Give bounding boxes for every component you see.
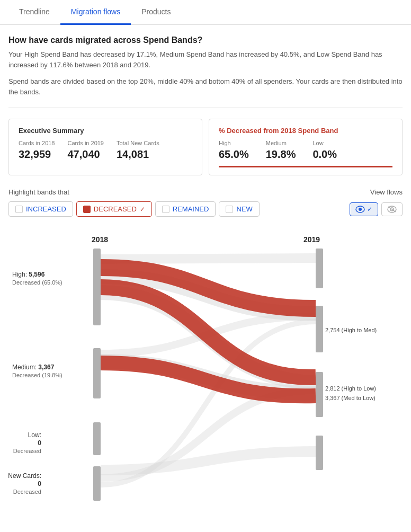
left-node-medium (93, 348, 101, 398)
flow-gray-new (101, 451, 316, 470)
band-btn-remained[interactable]: REMAINED (155, 201, 216, 217)
tab-products[interactable]: Products (131, 0, 181, 25)
description-1: Your High Spend Band has decreased by 17… (8, 49, 403, 70)
tab-trendline[interactable]: Trendline (8, 0, 60, 25)
medium-node-label: Medium: 3,367 (12, 363, 55, 371)
left-node-low (93, 422, 101, 455)
new-cards-value: 0 (38, 480, 41, 487)
view-btn-eye-inactive[interactable] (381, 202, 403, 216)
decreased-title: % Decreased from 2018 Spend Band (219, 127, 392, 135)
low-node-value: 0 (38, 439, 41, 447)
new-label: NEW (236, 205, 252, 213)
new-cards-label: New Cards: (8, 472, 41, 480)
band-buttons: INCREASED DECREASED ✓ REMAINED NEW (8, 201, 260, 217)
flow-gray-high-stayed (101, 258, 316, 259)
dec-high: High 65.0% (219, 140, 249, 161)
page-headline: How have cards migrated across Spend Ban… (8, 36, 403, 45)
svg-point-1 (359, 208, 362, 211)
medium-node-sub: Decreased (19.8%) (12, 372, 62, 378)
main-content: How have cards migrated across Spend Ban… (0, 25, 411, 518)
remained-label: REMAINED (173, 205, 209, 213)
summary-cards-row: Executive Summary Cards in 2018 32,959 C… (8, 119, 403, 175)
metric-label-new: Total New Cards (117, 140, 159, 146)
band-btn-increased[interactable]: INCREASED (8, 201, 73, 217)
left-node-high (93, 249, 101, 325)
band-btn-new[interactable]: NEW (219, 201, 259, 217)
left-node-new (93, 466, 101, 501)
divider (8, 108, 403, 108)
right-node-1 (316, 249, 323, 288)
highlight-label: Highlight bands that (8, 188, 69, 196)
view-flows-buttons: ✓ (350, 202, 403, 216)
metric-cards-2019: Cards in 2019 47,040 (68, 140, 104, 161)
dec-medium-label: Medium (266, 140, 296, 146)
view-btn-check: ✓ (367, 206, 372, 213)
eye-slash-icon (387, 206, 397, 213)
metric-value-2018: 32,959 (19, 148, 55, 161)
high-node-label: High: 5,596 (12, 271, 45, 278)
flow-label-med-low: 3,367 (Med to Low) (325, 395, 376, 401)
metric-label-2018: Cards in 2018 (19, 140, 55, 146)
flow-label-high-med: 2,754 (High to Med) (325, 327, 377, 333)
low-node-sub: Decreased (13, 448, 41, 454)
dec-low-value: 0.0% (312, 148, 337, 161)
dec-medium: Medium 19.8% (266, 140, 296, 161)
sankey-svg: 2018 2019 High: 5,596 Decreased (65.0%) … (8, 226, 403, 507)
year-2018-label: 2018 (92, 235, 108, 244)
decreased-summary-card: % Decreased from 2018 Spend Band High 65… (209, 119, 403, 175)
decreased-checkmark: ✓ (140, 206, 145, 213)
dec-high-value: 65.0% (219, 148, 249, 161)
tab-bar: Trendline Migration flows Products (0, 0, 411, 25)
exec-summary-title: Executive Summary (19, 127, 192, 135)
dec-metrics: High 65.0% Medium 19.8% Low 0.0% (219, 140, 392, 161)
executive-summary-card: Executive Summary Cards in 2018 32,959 C… (8, 119, 202, 175)
dec-high-label: High (219, 140, 249, 146)
right-node-4 (316, 436, 323, 470)
metric-label-2019: Cards in 2019 (68, 140, 104, 146)
right-node-3 (316, 372, 323, 417)
year-2019-label: 2019 (303, 235, 320, 244)
band-btn-decreased[interactable]: DECREASED ✓ (76, 201, 152, 217)
right-node-2 (316, 306, 323, 352)
increased-swatch (15, 206, 23, 213)
metric-cards-2018: Cards in 2018 32,959 (19, 140, 55, 161)
eye-icon (355, 206, 365, 213)
card-red-border (219, 166, 392, 167)
dec-low: Low 0.0% (312, 140, 337, 161)
view-flows-label: View flows (370, 188, 403, 196)
metric-new-cards: Total New Cards 14,081 (117, 140, 159, 161)
new-swatch (226, 206, 233, 213)
sankey-diagram: 2018 2019 High: 5,596 Decreased (65.0%) … (8, 226, 403, 507)
increased-label: INCREASED (26, 205, 66, 213)
metric-value-new: 14,081 (117, 148, 159, 161)
flow-label-high-low: 2,812 (High to Low) (325, 385, 376, 392)
description-2: Spend bands are divided based on the top… (8, 76, 403, 97)
decreased-label: DECREASED (94, 205, 137, 213)
decreased-swatch (83, 206, 91, 213)
new-cards-sub: Decreased (13, 489, 41, 495)
remained-swatch (162, 206, 169, 213)
dec-low-label: Low (312, 140, 337, 146)
view-btn-eye-active[interactable]: ✓ (350, 202, 378, 216)
tab-migration-flows[interactable]: Migration flows (60, 0, 131, 25)
dec-medium-value: 19.8% (266, 148, 296, 161)
metric-value-2019: 47,040 (68, 148, 104, 161)
low-node-label: Low: (28, 431, 41, 439)
exec-metrics: Cards in 2018 32,959 Cards in 2019 47,04… (19, 140, 192, 161)
high-node-sub: Decreased (65.0%) (12, 279, 62, 286)
